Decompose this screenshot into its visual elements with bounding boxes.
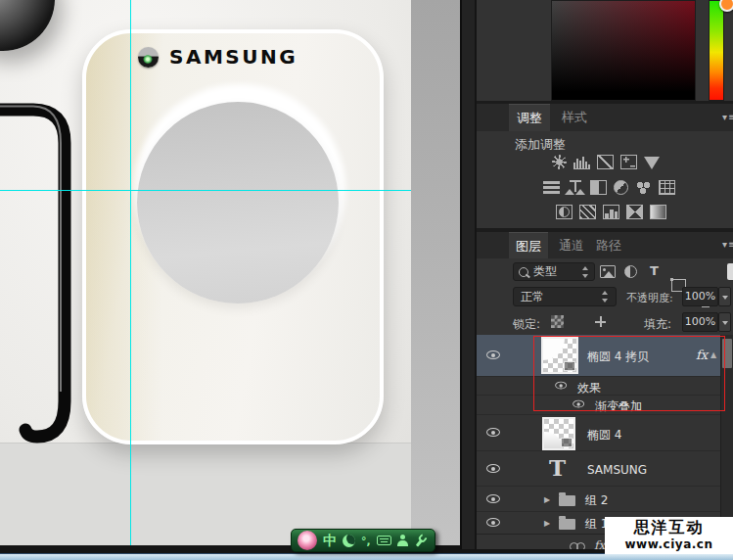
- layer-row-group2[interactable]: ▶ 组 2: [477, 488, 720, 512]
- curves-icon[interactable]: [597, 155, 614, 169]
- folder-icon: [559, 519, 575, 530]
- filter-pixel-layers-icon[interactable]: [600, 265, 616, 278]
- annotation-red-rectangle: [533, 336, 725, 411]
- visibility-eye-icon[interactable]: [486, 515, 502, 531]
- layer-filter-kind-select[interactable]: 类型: [513, 262, 595, 281]
- folder-icon: [559, 495, 575, 506]
- gradient-map-icon[interactable]: [626, 205, 643, 219]
- add-adjustment-label: 添加调整: [515, 136, 566, 154]
- exposure-icon[interactable]: [620, 155, 637, 169]
- filter-adjustment-layers-icon[interactable]: [624, 265, 637, 278]
- samsung-logo: SAMSUNG: [138, 45, 298, 69]
- tab-layers[interactable]: 图层: [509, 232, 548, 258]
- watermark-title: 思洋互动: [605, 518, 733, 537]
- adjustments-tabbar: 调整 样式 ▾≡: [477, 104, 733, 131]
- visibility-eye-icon[interactable]: [486, 348, 502, 363]
- panel-dock: 调整 样式 ▾≡ 添加调整 图层 通道 路径 ▾≡ 类型 T 正常: [477, 0, 733, 560]
- spinner-arrows-icon: [582, 266, 589, 278]
- moon-icon[interactable]: [343, 535, 355, 547]
- fill-value[interactable]: 100%: [682, 312, 718, 332]
- selective-color-icon[interactable]: [650, 205, 666, 219]
- panel-dock-edge: [460, 0, 477, 560]
- layer-thumbnail[interactable]: [542, 417, 575, 450]
- visibility-eye-icon[interactable]: [486, 425, 502, 441]
- watermark-url: www.ciya.cn: [605, 537, 733, 551]
- color-lookup-icon[interactable]: [659, 180, 675, 195]
- photoshop-window: SAMSUNG 调整 样式 ▾≡ 添加调整 图层 通道 路径 ▾≡: [0, 0, 733, 560]
- panel-menu-icon[interactable]: ▾≡: [722, 239, 733, 250]
- vector-mask-badge-icon: [561, 438, 573, 447]
- fill-label: 填充:: [644, 316, 671, 333]
- levels-icon[interactable]: [573, 155, 590, 169]
- tab-adjustments[interactable]: 调整: [509, 104, 550, 131]
- person-icon[interactable]: [397, 535, 408, 546]
- photo-filter-icon[interactable]: [614, 180, 628, 195]
- layer-row-samsung-text[interactable]: T SAMSUNG: [477, 452, 720, 487]
- thumbnail-shape: [544, 432, 563, 448]
- lock-label: 锁定:: [513, 316, 540, 333]
- brightness-contrast-icon[interactable]: [552, 155, 567, 169]
- layer-name[interactable]: 椭圆 4: [587, 427, 621, 443]
- ime-language-toggle[interactable]: 中: [323, 530, 337, 551]
- wrench-icon[interactable]: [411, 531, 431, 550]
- layer-name[interactable]: 组 2: [585, 492, 608, 509]
- threshold-icon[interactable]: [603, 205, 619, 219]
- canvas-document[interactable]: SAMSUNG: [0, 0, 460, 546]
- search-icon: [519, 267, 528, 277]
- ime-toolbar: 中 °,: [291, 529, 435, 552]
- taskbar-strip: [0, 553, 733, 560]
- canvas-gray-strip: [411, 0, 460, 546]
- layers-tabbar: 图层 通道 路径 ▾≡: [477, 232, 733, 258]
- text-layer-icon: T: [549, 454, 566, 481]
- guide-horizontal[interactable]: [0, 190, 460, 191]
- adjustment-icons-row-1: [552, 155, 660, 169]
- panel-menu-icon[interactable]: ▾≡: [722, 112, 733, 122]
- fill-dropdown-button[interactable]: [718, 312, 731, 332]
- filter-type-layers-icon[interactable]: T: [650, 264, 659, 278]
- blend-mode-value: 正常: [521, 289, 544, 305]
- layer-filtering-switch[interactable]: [727, 263, 733, 280]
- vibrance-icon[interactable]: [644, 157, 660, 169]
- invert-icon[interactable]: [556, 205, 573, 219]
- blend-mode-select[interactable]: 正常: [513, 287, 617, 306]
- hue-slider[interactable]: [709, 0, 724, 101]
- tab-channels[interactable]: 通道: [552, 232, 591, 258]
- opacity-value[interactable]: 100%: [682, 287, 718, 306]
- ime-punctuation-toggle[interactable]: °,: [361, 535, 371, 547]
- visibility-eye-icon[interactable]: [486, 491, 502, 507]
- watermark: 思洋互动 www.ciya.cn: [605, 517, 733, 554]
- opacity-label: 不透明度:: [626, 291, 673, 305]
- tab-paths[interactable]: 路径: [589, 232, 628, 258]
- expand-group-icon[interactable]: ▶: [544, 519, 550, 528]
- keyboard-icon[interactable]: [377, 536, 391, 545]
- lock-transparency-icon[interactable]: [551, 315, 564, 328]
- expand-group-icon[interactable]: ▶: [544, 495, 550, 504]
- visibility-eye-icon[interactable]: [486, 461, 502, 477]
- guide-vertical[interactable]: [130, 0, 131, 553]
- black-white-icon[interactable]: [590, 180, 607, 195]
- ime-logo-icon[interactable]: [298, 531, 317, 550]
- color-field[interactable]: [551, 0, 696, 101]
- spinner-arrows-icon: [602, 291, 609, 303]
- filter-kind-label: 类型: [533, 263, 557, 280]
- lock-position-icon[interactable]: [594, 315, 607, 328]
- opacity-dropdown-button[interactable]: [718, 287, 731, 306]
- brand-text: SAMSUNG: [169, 45, 298, 69]
- cable-artwork: [0, 0, 460, 546]
- color-balance-icon[interactable]: [567, 180, 583, 195]
- hue-slider-puck[interactable]: [719, 0, 733, 12]
- adjustment-icons-row-3: [556, 205, 666, 219]
- lens-dot-icon: [138, 47, 159, 68]
- tab-styles[interactable]: 样式: [554, 104, 595, 131]
- channel-mixer-icon[interactable]: [635, 180, 652, 195]
- layer-row-ellipse4[interactable]: 椭圆 4: [477, 416, 720, 451]
- hue-saturation-icon[interactable]: [543, 180, 560, 195]
- adjustment-icons-row-2: [543, 180, 675, 195]
- posterize-icon[interactable]: [579, 205, 596, 219]
- layer-name[interactable]: SAMSUNG: [587, 463, 647, 477]
